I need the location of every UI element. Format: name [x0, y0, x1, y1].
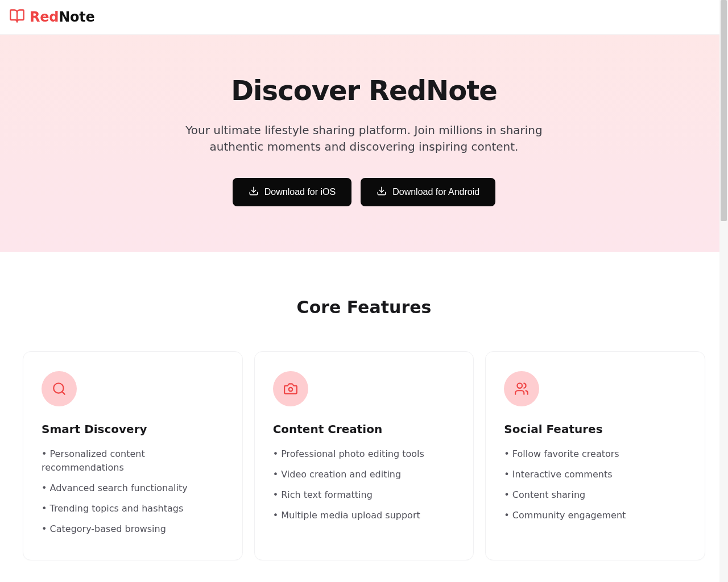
hero: Discover RedNote Your ultimate lifestyle…: [0, 35, 728, 252]
cta-row: Download for iOS Download for Android: [9, 178, 719, 206]
scrollbar[interactable]: [719, 0, 728, 582]
svg-point-4: [518, 383, 523, 388]
features-heading: Core Features: [9, 297, 719, 317]
brand-part1: Red: [30, 9, 59, 25]
hero-title: Discover RedNote: [9, 74, 719, 106]
feature-card-creation: Content Creation Professional photo edit…: [254, 351, 474, 560]
list-item: Follow favorite creators: [504, 447, 686, 461]
feature-title: Social Features: [504, 422, 686, 436]
hero-subtitle: Your ultimate lifestyle sharing platform…: [182, 122, 546, 155]
list-item: Professional photo editing tools: [273, 447, 456, 461]
list-item: Multiple media upload support: [273, 509, 456, 522]
search-icon: [42, 371, 77, 406]
scrollbar-thumb[interactable]: [721, 0, 727, 221]
feature-card-discovery: Smart Discovery Personalized content rec…: [23, 351, 243, 560]
list-item: Category-based browsing: [42, 522, 224, 536]
download-ios-button[interactable]: Download for iOS: [233, 178, 351, 206]
logo[interactable]: RedNote: [9, 8, 95, 26]
download-android-label: Download for Android: [392, 187, 479, 197]
download-android-button[interactable]: Download for Android: [361, 178, 495, 206]
brand-part2: Note: [59, 9, 94, 25]
feature-title: Content Creation: [273, 422, 456, 436]
feature-list: Professional photo editing tools Video c…: [273, 447, 456, 522]
feature-list: Personalized content recommendations Adv…: [42, 447, 224, 536]
features-section: Core Features Smart Discovery Personaliz…: [0, 252, 728, 582]
feature-list: Follow favorite creators Interactive com…: [504, 447, 686, 522]
users-icon: [504, 371, 539, 406]
feature-card-social: Social Features Follow favorite creators…: [485, 351, 705, 560]
book-open-icon: [9, 8, 25, 26]
download-icon: [249, 186, 259, 198]
list-item: Trending topics and hashtags: [42, 502, 224, 516]
camera-icon: [273, 371, 308, 406]
download-icon: [377, 186, 387, 198]
brand-text: RedNote: [30, 9, 95, 25]
download-ios-label: Download for iOS: [264, 187, 336, 197]
list-item: Advanced search functionality: [42, 481, 224, 495]
list-item: Video creation and editing: [273, 468, 456, 481]
list-item: Community engagement: [504, 509, 686, 522]
list-item: Personalized content recommendations: [42, 447, 224, 475]
list-item: Rich text formatting: [273, 488, 456, 502]
svg-point-3: [288, 388, 292, 392]
feature-cards: Smart Discovery Personalized content rec…: [23, 351, 705, 560]
feature-title: Smart Discovery: [42, 422, 224, 436]
list-item: Interactive comments: [504, 468, 686, 481]
list-item: Content sharing: [504, 488, 686, 502]
topbar: RedNote: [0, 0, 728, 35]
